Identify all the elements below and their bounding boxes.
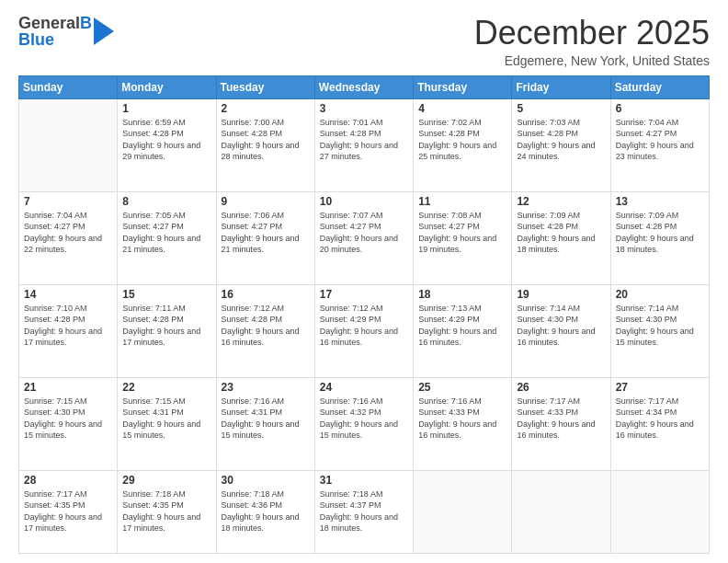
calendar-cell: 22Sunrise: 7:15 AMSunset: 4:31 PMDayligh… bbox=[118, 377, 216, 470]
calendar-cell: 1Sunrise: 6:59 AMSunset: 4:28 PMDaylight… bbox=[118, 98, 216, 191]
day-info: Sunrise: 6:59 AMSunset: 4:28 PMDaylight:… bbox=[122, 117, 210, 163]
day-number: 7 bbox=[24, 195, 112, 208]
calendar-cell: 4Sunrise: 7:02 AMSunset: 4:28 PMDaylight… bbox=[414, 98, 512, 191]
calendar-cell: 8Sunrise: 7:05 AMSunset: 4:27 PMDaylight… bbox=[118, 191, 216, 284]
calendar-cell: 18Sunrise: 7:13 AMSunset: 4:29 PMDayligh… bbox=[414, 284, 512, 377]
day-number: 30 bbox=[222, 474, 310, 487]
col-saturday: Saturday bbox=[610, 75, 709, 98]
col-monday: Monday bbox=[118, 75, 216, 98]
day-info: Sunrise: 7:15 AMSunset: 4:31 PMDaylight:… bbox=[122, 396, 210, 442]
day-info: Sunrise: 7:06 AMSunset: 4:27 PMDaylight:… bbox=[222, 210, 310, 256]
calendar-cell: 29Sunrise: 7:18 AMSunset: 4:35 PMDayligh… bbox=[118, 470, 216, 553]
day-number: 11 bbox=[418, 195, 506, 208]
calendar-cell: 30Sunrise: 7:18 AMSunset: 4:36 PMDayligh… bbox=[216, 470, 314, 553]
calendar-cell: 21Sunrise: 7:15 AMSunset: 4:30 PMDayligh… bbox=[19, 377, 118, 470]
day-info: Sunrise: 7:04 AMSunset: 4:27 PMDaylight:… bbox=[616, 117, 704, 163]
day-info: Sunrise: 7:18 AMSunset: 4:35 PMDaylight:… bbox=[122, 488, 210, 534]
calendar-week-row: 1Sunrise: 6:59 AMSunset: 4:28 PMDaylight… bbox=[19, 98, 710, 191]
calendar-cell: 2Sunrise: 7:00 AMSunset: 4:28 PMDaylight… bbox=[216, 98, 314, 191]
calendar-cell: 7Sunrise: 7:04 AMSunset: 4:27 PMDaylight… bbox=[19, 191, 118, 284]
day-number: 4 bbox=[418, 102, 506, 115]
subtitle: Edgemere, New York, United States bbox=[474, 53, 710, 68]
col-thursday: Thursday bbox=[414, 75, 512, 98]
logo-line1: GeneralB bbox=[18, 15, 92, 31]
day-info: Sunrise: 7:03 AMSunset: 4:28 PMDaylight:… bbox=[517, 117, 605, 163]
day-info: Sunrise: 7:17 AMSunset: 4:33 PMDaylight:… bbox=[517, 396, 605, 442]
day-info: Sunrise: 7:17 AMSunset: 4:34 PMDaylight:… bbox=[616, 396, 704, 442]
calendar-cell: 25Sunrise: 7:16 AMSunset: 4:33 PMDayligh… bbox=[414, 377, 512, 470]
day-info: Sunrise: 7:16 AMSunset: 4:31 PMDaylight:… bbox=[222, 396, 310, 442]
day-number: 6 bbox=[616, 102, 704, 115]
logo: GeneralB Blue bbox=[18, 15, 114, 48]
day-number: 18 bbox=[418, 288, 506, 301]
day-number: 16 bbox=[222, 288, 310, 301]
logo-general: General bbox=[18, 14, 80, 32]
day-number: 21 bbox=[24, 381, 112, 394]
day-info: Sunrise: 7:00 AMSunset: 4:28 PMDaylight:… bbox=[222, 117, 310, 163]
day-info: Sunrise: 7:14 AMSunset: 4:30 PMDaylight:… bbox=[616, 303, 704, 349]
day-number: 8 bbox=[122, 195, 210, 208]
day-info: Sunrise: 7:15 AMSunset: 4:30 PMDaylight:… bbox=[24, 396, 112, 442]
calendar-cell: 3Sunrise: 7:01 AMSunset: 4:28 PMDaylight… bbox=[314, 98, 413, 191]
day-number: 1 bbox=[122, 102, 210, 115]
title-block: December 2025 Edgemere, New York, United… bbox=[474, 15, 710, 68]
calendar-cell: 14Sunrise: 7:10 AMSunset: 4:28 PMDayligh… bbox=[19, 284, 118, 377]
calendar-cell: 16Sunrise: 7:12 AMSunset: 4:28 PMDayligh… bbox=[216, 284, 314, 377]
logo-triangle-icon bbox=[94, 17, 114, 45]
day-info: Sunrise: 7:12 AMSunset: 4:28 PMDaylight:… bbox=[222, 303, 310, 349]
day-number: 31 bbox=[320, 474, 408, 487]
day-number: 26 bbox=[517, 381, 605, 394]
day-number: 29 bbox=[122, 474, 210, 487]
day-number: 9 bbox=[222, 195, 310, 208]
calendar-header-row: Sunday Monday Tuesday Wednesday Thursday… bbox=[19, 75, 710, 98]
day-info: Sunrise: 7:14 AMSunset: 4:30 PMDaylight:… bbox=[517, 303, 605, 349]
day-info: Sunrise: 7:02 AMSunset: 4:28 PMDaylight:… bbox=[418, 117, 506, 163]
day-info: Sunrise: 7:13 AMSunset: 4:29 PMDaylight:… bbox=[418, 303, 506, 349]
day-number: 27 bbox=[616, 381, 704, 394]
calendar-cell: 17Sunrise: 7:12 AMSunset: 4:29 PMDayligh… bbox=[314, 284, 413, 377]
svg-marker-0 bbox=[94, 17, 114, 45]
calendar-cell: 27Sunrise: 7:17 AMSunset: 4:34 PMDayligh… bbox=[610, 377, 709, 470]
day-number: 13 bbox=[616, 195, 704, 208]
calendar-cell: 31Sunrise: 7:18 AMSunset: 4:37 PMDayligh… bbox=[314, 470, 413, 553]
calendar-cell: 11Sunrise: 7:08 AMSunset: 4:27 PMDayligh… bbox=[414, 191, 512, 284]
logo-text-block: GeneralB Blue bbox=[18, 15, 92, 48]
day-number: 23 bbox=[222, 381, 310, 394]
calendar-cell: 9Sunrise: 7:06 AMSunset: 4:27 PMDaylight… bbox=[216, 191, 314, 284]
day-number: 20 bbox=[616, 288, 704, 301]
day-number: 22 bbox=[122, 381, 210, 394]
calendar-week-row: 14Sunrise: 7:10 AMSunset: 4:28 PMDayligh… bbox=[19, 284, 710, 377]
day-info: Sunrise: 7:04 AMSunset: 4:27 PMDaylight:… bbox=[24, 210, 112, 256]
calendar-cell: 20Sunrise: 7:14 AMSunset: 4:30 PMDayligh… bbox=[610, 284, 709, 377]
calendar-cell: 26Sunrise: 7:17 AMSunset: 4:33 PMDayligh… bbox=[512, 377, 610, 470]
calendar-week-row: 7Sunrise: 7:04 AMSunset: 4:27 PMDaylight… bbox=[19, 191, 710, 284]
day-number: 15 bbox=[122, 288, 210, 301]
day-info: Sunrise: 7:09 AMSunset: 4:28 PMDaylight:… bbox=[616, 210, 704, 256]
col-sunday: Sunday bbox=[19, 75, 118, 98]
col-wednesday: Wednesday bbox=[314, 75, 413, 98]
calendar-cell: 19Sunrise: 7:14 AMSunset: 4:30 PMDayligh… bbox=[512, 284, 610, 377]
day-info: Sunrise: 7:11 AMSunset: 4:28 PMDaylight:… bbox=[122, 303, 210, 349]
page: GeneralB Blue December 2025 Edgemere, Ne… bbox=[0, 0, 728, 563]
main-title: December 2025 bbox=[474, 15, 710, 52]
calendar-cell: 15Sunrise: 7:11 AMSunset: 4:28 PMDayligh… bbox=[118, 284, 216, 377]
day-info: Sunrise: 7:12 AMSunset: 4:29 PMDaylight:… bbox=[320, 303, 408, 349]
calendar-cell: 23Sunrise: 7:16 AMSunset: 4:31 PMDayligh… bbox=[216, 377, 314, 470]
day-number: 19 bbox=[517, 288, 605, 301]
day-info: Sunrise: 7:18 AMSunset: 4:36 PMDaylight:… bbox=[222, 488, 310, 534]
calendar-table: Sunday Monday Tuesday Wednesday Thursday… bbox=[18, 75, 710, 554]
day-number: 28 bbox=[24, 474, 112, 487]
day-info: Sunrise: 7:16 AMSunset: 4:32 PMDaylight:… bbox=[320, 396, 408, 442]
calendar-week-row: 21Sunrise: 7:15 AMSunset: 4:30 PMDayligh… bbox=[19, 377, 710, 470]
calendar-cell: 6Sunrise: 7:04 AMSunset: 4:27 PMDaylight… bbox=[610, 98, 709, 191]
calendar-cell bbox=[610, 470, 709, 553]
header: GeneralB Blue December 2025 Edgemere, Ne… bbox=[18, 15, 710, 68]
day-info: Sunrise: 7:05 AMSunset: 4:27 PMDaylight:… bbox=[122, 210, 210, 256]
day-number: 17 bbox=[320, 288, 408, 301]
day-number: 14 bbox=[24, 288, 112, 301]
logo-b: B bbox=[80, 14, 92, 32]
day-number: 5 bbox=[517, 102, 605, 115]
day-number: 2 bbox=[222, 102, 310, 115]
day-number: 25 bbox=[418, 381, 506, 394]
calendar-cell bbox=[19, 98, 118, 191]
